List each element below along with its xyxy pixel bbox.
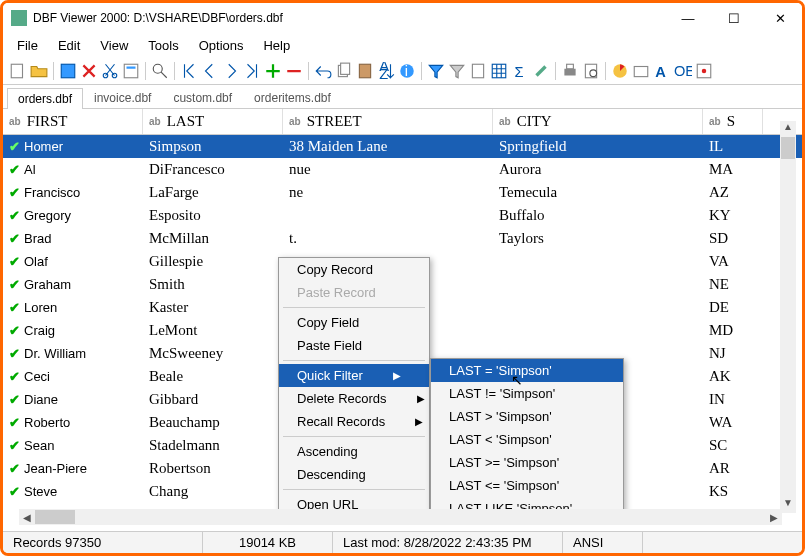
filter-icon[interactable]	[427, 62, 445, 80]
close-button[interactable]: ✕	[766, 8, 794, 28]
svg-point-26	[702, 68, 707, 73]
table-row[interactable]: ✔HomerSimpson38 Maiden LaneSpringfieldIL	[3, 135, 802, 158]
scroll-up-icon[interactable]: ▲	[783, 121, 793, 137]
oem-icon[interactable]: OEM	[674, 62, 692, 80]
properties-icon[interactable]	[122, 62, 140, 80]
menu-tools[interactable]: Tools	[140, 36, 186, 55]
ctx-delete-records[interactable]: Delete Records▶	[279, 387, 429, 410]
horizontal-scrollbar[interactable]: ◀ ▶	[19, 509, 782, 525]
scroll-thumb[interactable]	[781, 137, 795, 159]
svg-rect-9	[359, 64, 370, 78]
info-icon[interactable]: i	[398, 62, 416, 80]
table-row[interactable]: ✔GregoryEspositoBuffaloKY	[3, 204, 802, 227]
scroll-thumb[interactable]	[35, 510, 75, 524]
tab-invoice[interactable]: invoice.dbf	[83, 87, 162, 108]
window-buttons: — ☐ ✕	[674, 8, 794, 28]
clear-icon[interactable]	[532, 62, 550, 80]
filter-ge[interactable]: LAST >= 'Simpson'	[431, 451, 623, 474]
ctx-descending[interactable]: Descending	[279, 463, 429, 486]
toolbar: AZ i Σ A OEM	[3, 57, 802, 85]
find-icon[interactable]	[151, 62, 169, 80]
export-icon[interactable]	[632, 62, 650, 80]
ctx-paste-record[interactable]: Paste Record	[279, 281, 429, 304]
first-icon[interactable]	[180, 62, 198, 80]
tab-custom[interactable]: custom.dbf	[162, 87, 243, 108]
svg-text:Σ: Σ	[514, 63, 523, 79]
column-last[interactable]: abLAST	[143, 109, 283, 134]
last-icon[interactable]	[243, 62, 261, 80]
menu-help[interactable]: Help	[255, 36, 298, 55]
filter-eq[interactable]: LAST = 'Simpson'	[431, 359, 623, 382]
open-icon[interactable]	[30, 62, 48, 80]
filter-clear-icon[interactable]	[448, 62, 466, 80]
tab-orders[interactable]: orders.dbf	[7, 88, 83, 109]
ctx-recall-records[interactable]: Recall Records▶	[279, 410, 429, 433]
status-records: Records 97350	[3, 532, 203, 553]
table-row[interactable]: ✔BradMcMillant.TaylorsSD	[3, 227, 802, 250]
prev-icon[interactable]	[201, 62, 219, 80]
menu-options[interactable]: Options	[191, 36, 252, 55]
statusbar: Records 97350 19014 KB Last mod: 8/28/20…	[3, 531, 802, 553]
next-icon[interactable]	[222, 62, 240, 80]
tab-orderitems[interactable]: orderitems.dbf	[243, 87, 342, 108]
cut-icon[interactable]	[101, 62, 119, 80]
add-icon[interactable]	[264, 62, 282, 80]
cell-last: Robertson	[143, 460, 283, 477]
menu-file[interactable]: File	[9, 36, 46, 55]
settings-icon[interactable]	[695, 62, 713, 80]
filter-gt[interactable]: LAST > 'Simpson'	[431, 405, 623, 428]
column-city[interactable]: abCITY	[493, 109, 703, 134]
maximize-button[interactable]: ☐	[720, 8, 748, 28]
filter-ne[interactable]: LAST != 'Simpson'	[431, 382, 623, 405]
ctx-quick-filter[interactable]: Quick Filter▶	[279, 364, 429, 387]
sum-icon[interactable]: Σ	[511, 62, 529, 80]
scroll-left-icon[interactable]: ◀	[19, 512, 35, 523]
check-icon: ✔	[9, 461, 20, 476]
check-icon: ✔	[9, 346, 20, 361]
filter-le[interactable]: LAST <= 'Simpson'	[431, 474, 623, 497]
column-street[interactable]: abSTREET	[283, 109, 493, 134]
cell-first: Diane	[24, 392, 58, 407]
ctx-paste-field[interactable]: Paste Field	[279, 334, 429, 357]
save-icon[interactable]	[59, 62, 77, 80]
grid-icon[interactable]	[490, 62, 508, 80]
cell-first: Sean	[24, 438, 54, 453]
table-row[interactable]: ✔FranciscoLaFargeneTemeculaAZ	[3, 181, 802, 204]
chart-icon[interactable]	[611, 62, 629, 80]
ctx-open-url[interactable]: Open URL	[279, 493, 429, 509]
cell-state: IN	[703, 391, 763, 408]
svg-rect-17	[564, 68, 575, 75]
print-icon[interactable]	[561, 62, 579, 80]
column-state[interactable]: abS	[703, 109, 763, 134]
copy-icon[interactable]	[335, 62, 353, 80]
remove-icon[interactable]	[285, 62, 303, 80]
minimize-button[interactable]: —	[674, 8, 702, 28]
column-first[interactable]: abFIRST	[3, 109, 143, 134]
toolbar-sep	[555, 62, 556, 80]
scroll-right-icon[interactable]: ▶	[766, 512, 782, 523]
menu-edit[interactable]: Edit	[50, 36, 88, 55]
cell-state: VA	[703, 253, 763, 270]
delete-icon[interactable]	[80, 62, 98, 80]
cell-last: Stadelmann	[143, 437, 283, 454]
ctx-ascending[interactable]: Ascending	[279, 440, 429, 463]
ctx-copy-record[interactable]: Copy Record	[279, 258, 429, 281]
menu-view[interactable]: View	[92, 36, 136, 55]
font-icon[interactable]: A	[653, 62, 671, 80]
toolbar-sep	[308, 62, 309, 80]
vertical-scrollbar[interactable]: ▲ ▼	[780, 121, 796, 513]
table-row[interactable]: ✔AlDiFrancesconueAuroraMA	[3, 158, 802, 181]
paste-icon[interactable]	[356, 62, 374, 80]
check-icon: ✔	[9, 139, 20, 154]
ctx-copy-field[interactable]: Copy Field	[279, 311, 429, 334]
preview-icon[interactable]	[582, 62, 600, 80]
filter-lt[interactable]: LAST < 'Simpson'	[431, 428, 623, 451]
new-icon[interactable]	[9, 62, 27, 80]
scroll-down-icon[interactable]: ▼	[783, 497, 793, 513]
undo-icon[interactable]	[314, 62, 332, 80]
filter-like[interactable]: LAST LIKE 'Simpson'	[431, 497, 623, 509]
cell-city: Buffalo	[493, 207, 703, 224]
sort-icon[interactable]: AZ	[377, 62, 395, 80]
context-menu: Copy Record Paste Record Copy Field Past…	[278, 257, 430, 509]
calc-icon[interactable]	[469, 62, 487, 80]
